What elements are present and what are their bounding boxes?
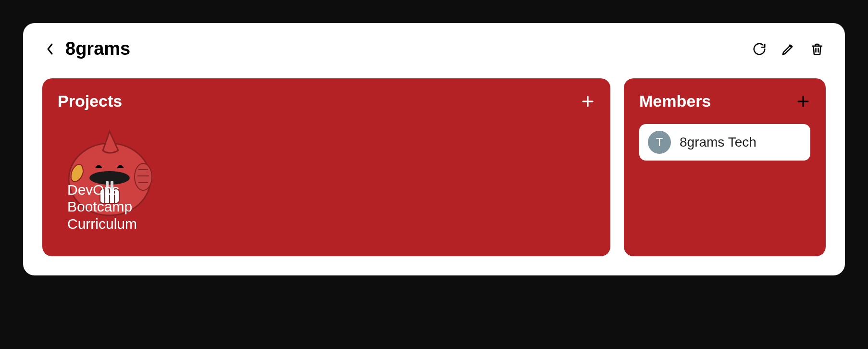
projects-panel-header: Projects <box>58 92 595 111</box>
projects-panel: Projects <box>42 78 610 256</box>
chevron-left-icon <box>46 42 54 56</box>
member-item[interactable]: T 8grams Tech <box>639 124 810 161</box>
header-actions <box>751 40 826 58</box>
back-button[interactable] <box>42 41 58 57</box>
members-title: Members <box>639 92 711 111</box>
delete-button[interactable] <box>808 40 826 58</box>
project-item[interactable]: DevOps Bootcamp Curriculum <box>58 124 173 237</box>
panels-container: Projects <box>42 78 826 256</box>
add-member-button[interactable] <box>796 94 810 109</box>
refresh-icon <box>752 42 767 56</box>
members-panel: Members T 8grams Tech <box>624 78 826 256</box>
add-project-button[interactable] <box>581 94 595 109</box>
header-left: 8grams <box>42 38 130 59</box>
project-name: DevOps Bootcamp Curriculum <box>67 181 137 232</box>
workspace-card: 8grams Projects <box>23 23 845 275</box>
members-panel-header: Members <box>639 92 810 111</box>
member-name: 8grams Tech <box>680 135 756 150</box>
svg-point-6 <box>135 163 152 190</box>
pencil-icon <box>781 42 795 56</box>
edit-button[interactable] <box>780 40 797 58</box>
plus-icon <box>796 94 810 109</box>
page-title: 8grams <box>65 38 130 59</box>
plus-icon <box>581 94 595 109</box>
member-avatar: T <box>648 131 671 154</box>
header: 8grams <box>42 38 826 59</box>
projects-title: Projects <box>58 92 122 111</box>
refresh-button[interactable] <box>751 40 768 58</box>
trash-icon <box>810 42 824 56</box>
